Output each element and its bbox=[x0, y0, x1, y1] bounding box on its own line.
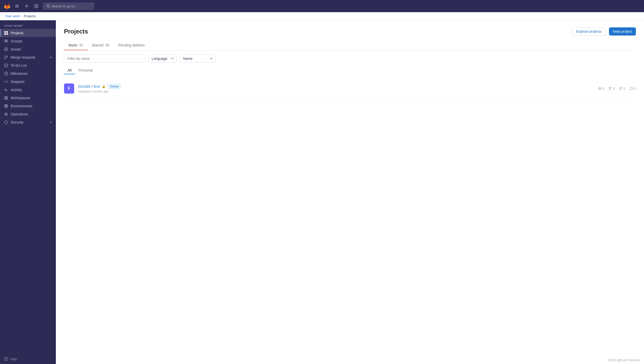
svg-point-29 bbox=[611, 87, 611, 88]
svg-rect-21 bbox=[5, 98, 6, 99]
sidebar-item-environments[interactable]: Environments bbox=[0, 102, 56, 110]
breadcrumb-separator: › bbox=[21, 14, 22, 18]
issue-icon bbox=[630, 87, 633, 90]
sidebar-item-label: Security bbox=[11, 120, 24, 124]
sidebar-item-snippets[interactable]: Snippets bbox=[0, 78, 56, 86]
sidebar-item-issues[interactable]: Issues bbox=[0, 45, 56, 53]
sidebar-item-projects[interactable]: Projects bbox=[0, 29, 56, 37]
project-name-row: 202346 / first 🔒 Owner bbox=[78, 84, 598, 89]
breadcrumb: Your work › Projects bbox=[0, 12, 644, 20]
tab-yours[interactable]: Yours 1 bbox=[64, 41, 88, 50]
chevron-down-icon: ▾ bbox=[50, 55, 52, 59]
project-name-link[interactable]: 202346 / first bbox=[78, 84, 100, 89]
svg-rect-20 bbox=[6, 96, 8, 98]
svg-rect-22 bbox=[6, 98, 8, 99]
sidebar-item-label: Activity bbox=[11, 88, 22, 92]
svg-rect-19 bbox=[5, 96, 6, 98]
header-actions: Explore projects New project bbox=[572, 27, 636, 36]
topbar: Search or go to... bbox=[0, 0, 644, 12]
project-owner-badge: Owner bbox=[108, 84, 121, 89]
project-info: 202346 / first 🔒 Owner Updated 5 months … bbox=[78, 84, 598, 93]
sidebar-item-label: Environments bbox=[11, 104, 33, 108]
svg-point-15 bbox=[5, 58, 6, 59]
issue-count: 0 bbox=[634, 87, 636, 91]
sub-tab-all[interactable]: All bbox=[64, 67, 75, 74]
svg-point-26 bbox=[6, 360, 6, 360]
sidebar-item-label: Projects bbox=[11, 31, 24, 35]
merge-request-icon bbox=[619, 87, 623, 90]
new-project-button[interactable]: New project bbox=[609, 27, 636, 36]
app-body: Your work Projects Groups Issues Merge r… bbox=[0, 20, 644, 364]
breadcrumb-current: Projects bbox=[24, 14, 36, 18]
project-list: F 202346 / first 🔒 Owner Updated 5 month… bbox=[64, 79, 636, 98]
breadcrumb-parent[interactable]: Your work bbox=[5, 14, 20, 18]
help-label: Help bbox=[10, 357, 17, 361]
new-item-button[interactable] bbox=[23, 2, 30, 10]
svg-point-16 bbox=[7, 56, 8, 57]
sidebar-item-activity[interactable]: Activity bbox=[0, 86, 56, 94]
lock-icon: 🔒 bbox=[102, 85, 106, 88]
svg-point-4 bbox=[36, 6, 37, 7]
project-stats: 0 0 0 0 bbox=[598, 87, 636, 91]
sort-select[interactable]: Name Last created Oldest created Last up… bbox=[180, 55, 216, 63]
table-row: F 202346 / first 🔒 Owner Updated 5 month… bbox=[64, 79, 636, 98]
svg-rect-7 bbox=[6, 31, 8, 33]
todo-icon bbox=[4, 63, 8, 67]
svg-point-14 bbox=[5, 56, 6, 57]
sidebar-item-groups[interactable]: Groups bbox=[0, 37, 56, 45]
project-avatar: F bbox=[64, 83, 74, 94]
page-title: Projects bbox=[64, 28, 88, 35]
language-filter-select[interactable]: Language Ruby JavaScript Python Go bbox=[148, 55, 177, 63]
tab-badge-starred: 0 bbox=[105, 43, 110, 47]
mr-stat: 0 bbox=[619, 87, 625, 91]
svg-point-27 bbox=[609, 87, 610, 88]
star-icon bbox=[598, 87, 602, 90]
sidebar-toggle-button[interactable] bbox=[13, 2, 21, 10]
svg-point-12 bbox=[5, 48, 8, 51]
sub-tab-personal[interactable]: Personal bbox=[75, 67, 96, 74]
operations-icon bbox=[4, 112, 8, 116]
explore-projects-button[interactable]: Explore projects bbox=[572, 27, 606, 36]
merge-requests-icon bbox=[4, 55, 8, 59]
tabs-bar: Yours 1 Starred 0 Pending deletion bbox=[64, 41, 636, 50]
sidebar-item-operations[interactable]: Operations bbox=[0, 110, 56, 118]
sidebar-item-label: Milestones bbox=[11, 72, 28, 76]
star-stat: 0 bbox=[598, 87, 604, 91]
sidebar-section-label: Your work bbox=[0, 20, 56, 29]
sidebar-item-label: Workspaces bbox=[11, 96, 30, 100]
page-footer: CSDN @Kudō Shin-ichi bbox=[604, 356, 644, 364]
svg-point-13 bbox=[6, 49, 7, 50]
issues-icon bbox=[4, 47, 8, 51]
sidebar-item-security[interactable]: Security ▾ bbox=[0, 118, 56, 126]
sub-tabs: All Personal bbox=[64, 67, 636, 74]
sidebar-item-label: Groups bbox=[11, 39, 22, 43]
svg-point-10 bbox=[5, 40, 6, 41]
milestones-icon bbox=[4, 72, 8, 76]
chevron-down-icon: ▾ bbox=[50, 120, 52, 124]
sidebar-item-milestones[interactable]: Milestones bbox=[0, 70, 56, 78]
environments-icon bbox=[4, 104, 8, 108]
tab-pending-deletion[interactable]: Pending deletion bbox=[114, 41, 149, 50]
filter-name-input[interactable] bbox=[64, 55, 145, 63]
sidebar-item-merge-requests[interactable]: Merge requests ▾ bbox=[0, 53, 56, 61]
svg-rect-9 bbox=[6, 33, 8, 35]
workspaces-icon bbox=[4, 96, 8, 100]
fork-count: 0 bbox=[613, 87, 615, 91]
svg-point-11 bbox=[6, 40, 8, 41]
svg-point-28 bbox=[609, 89, 610, 90]
footer-text: CSDN @Kudō Shin-ichi bbox=[608, 358, 640, 362]
home-button[interactable] bbox=[33, 2, 40, 10]
svg-point-30 bbox=[620, 87, 620, 88]
mr-count: 0 bbox=[624, 87, 625, 91]
svg-rect-0 bbox=[15, 5, 19, 5]
projects-icon bbox=[4, 31, 8, 35]
sidebar-item-workspaces[interactable]: Workspaces bbox=[0, 94, 56, 102]
sidebar-item-todo-list[interactable]: To-Do List bbox=[0, 61, 56, 70]
gitlab-logo bbox=[3, 2, 11, 10]
tab-starred[interactable]: Starred 0 bbox=[88, 41, 114, 50]
help-link[interactable]: Help bbox=[0, 354, 56, 364]
svg-point-31 bbox=[620, 89, 620, 90]
svg-rect-8 bbox=[4, 33, 6, 35]
search-bar[interactable]: Search or go to... bbox=[43, 3, 94, 10]
svg-rect-33 bbox=[630, 87, 633, 90]
